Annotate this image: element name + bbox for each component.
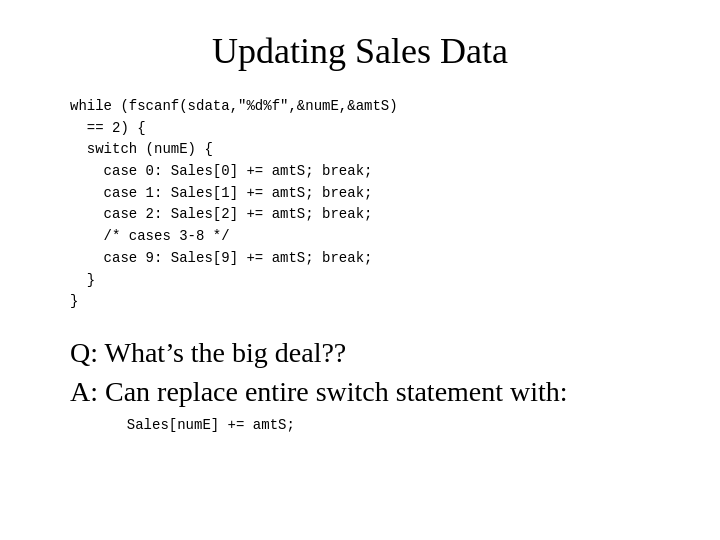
qa-section: Q: What’s the big deal?? A: Can replace … xyxy=(70,333,568,437)
code-line-3: switch (numE) { xyxy=(70,141,213,157)
code-line-2: == 2) { xyxy=(70,120,146,136)
code-line-9: } xyxy=(70,272,95,288)
code-block: while (fscanf(sdata,"%d%f",&numE,&amtS) … xyxy=(70,96,398,313)
code-line-5: case 1: Sales[1] += amtS; break; xyxy=(70,185,372,201)
answer-line: A: Can replace entire switch statement w… xyxy=(70,372,568,411)
code-line-4: case 0: Sales[0] += amtS; break; xyxy=(70,163,372,179)
code-line-10: } xyxy=(70,293,78,309)
code-line-6: case 2: Sales[2] += amtS; break; xyxy=(70,206,372,222)
code-line-7: /* cases 3-8 */ xyxy=(70,228,230,244)
code-line-1: while (fscanf(sdata,"%d%f",&numE,&amtS) xyxy=(70,98,398,114)
answer-code: Sales[numE] += amtS; xyxy=(110,415,568,437)
code-line-8: case 9: Sales[9] += amtS; break; xyxy=(70,250,372,266)
question-line: Q: What’s the big deal?? xyxy=(70,333,568,372)
page-title: Updating Sales Data xyxy=(212,30,508,72)
